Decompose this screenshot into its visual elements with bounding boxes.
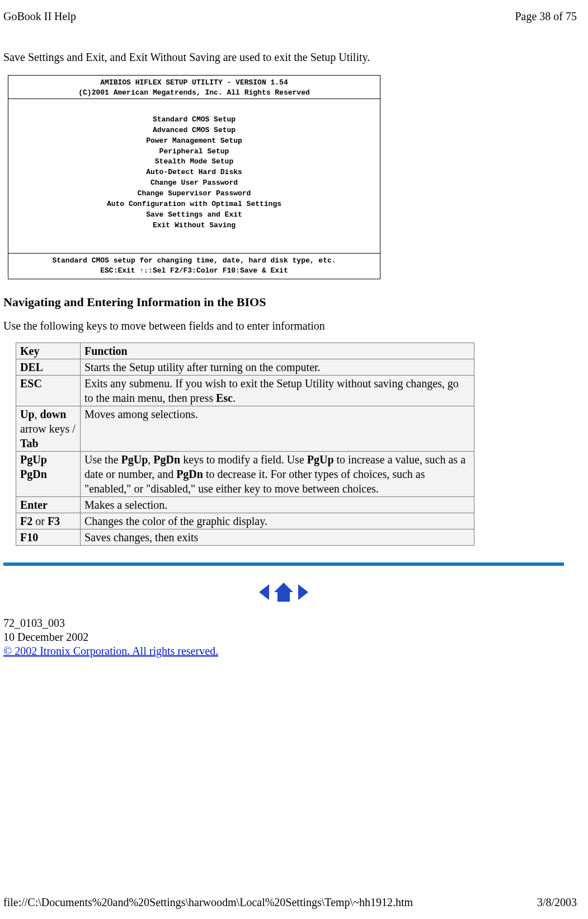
bios-screenshot: AMIBIOS HIFLEX SETUP UTILITY - VERSION 1… — [8, 75, 380, 279]
cell-key: DEL — [16, 359, 81, 376]
section-heading: Navigating and Entering Information in t… — [3, 295, 585, 310]
cell-key: Up, down arrow keys / Tab — [16, 406, 81, 452]
table-header-row: Key Function — [16, 343, 474, 359]
bios-menu-item: Peripheral Setup — [11, 147, 378, 157]
cell-key: F10 — [16, 529, 81, 546]
cell-function: Exits any submenu. If you wish to exit t… — [81, 376, 474, 406]
bios-title: AMIBIOS HIFLEX SETUP UTILITY - VERSION 1… — [8, 76, 380, 99]
footer-doc-id: 72_0103_003 — [3, 616, 585, 630]
bios-menu-item: Auto Configuration with Optimal Settings — [11, 199, 378, 210]
cell-function: Starts the Setup utility after turning o… — [81, 359, 474, 376]
bios-menu-item: Auto-Detect Hard Disks — [11, 167, 378, 178]
cell-function: Makes a selection. — [81, 497, 474, 513]
cell-key: ESC — [16, 376, 81, 406]
cell-key: F2 or F3 — [16, 513, 81, 529]
bios-menu-item: Save Settings and Exit — [11, 210, 378, 221]
keys-table: Key Function DEL Starts the Setup utilit… — [16, 343, 474, 546]
bios-title-line1: AMIBIOS HIFLEX SETUP UTILITY - VERSION 1… — [11, 78, 378, 88]
bios-title-line2: (C)2001 American Megatrends, Inc. All Ri… — [11, 88, 378, 98]
footer-block: 72_0103_003 10 December 2002 © 2002 Itro… — [3, 616, 585, 658]
bios-menu-item: Power Management Setup — [11, 136, 378, 147]
table-row: ESC Exits any submenu. If you wish to ex… — [16, 376, 474, 406]
footer-copyright-link[interactable]: © 2002 Itronix Corporation. All rights r… — [3, 645, 218, 657]
footer-date: 10 December 2002 — [3, 630, 585, 644]
print-date: 3/8/2003 — [537, 896, 577, 909]
bios-menu-item: Change User Password — [11, 178, 378, 189]
table-row: PgUp PgDn Use the PgUp, PgDn keys to mod… — [16, 452, 474, 497]
home-icon[interactable] — [274, 583, 293, 602]
table-row: Up, down arrow keys / Tab Moves among se… — [16, 406, 474, 452]
bios-status-line2: ESC:Exit ↑↓:Sel F2/F3:Color F10:Save & E… — [11, 266, 378, 276]
cell-key: PgUp PgDn — [16, 452, 81, 497]
bios-menu-item: Advanced CMOS Setup — [11, 125, 378, 136]
cell-function: Use the PgUp, PgDn keys to modify a fiel… — [81, 452, 474, 497]
intro-text: Save Settings and Exit, and Exit Without… — [3, 51, 585, 64]
bios-status: Standard CMOS setup for changing time, d… — [8, 253, 380, 279]
cell-function: Moves among selections. — [81, 406, 474, 452]
help-title: GoBook II Help — [3, 10, 76, 23]
bios-menu-item: Stealth Mode Setup — [11, 157, 378, 167]
header-function: Function — [81, 343, 474, 359]
table-row: F10 Saves changes, then exits — [16, 529, 474, 546]
header-key: Key — [16, 343, 81, 359]
table-row: F2 or F3 Changes the color of the graphi… — [16, 513, 474, 529]
cell-function: Changes the color of the graphic display… — [81, 513, 474, 529]
section-intro: Use the following keys to move between f… — [3, 320, 585, 332]
bios-status-line1: Standard CMOS setup for changing time, d… — [11, 256, 378, 266]
cell-function: Saves changes, then exits — [81, 529, 474, 546]
nav-icons — [3, 566, 564, 612]
prev-icon[interactable] — [259, 584, 269, 600]
file-path: file://C:\Documents%20and%20Settings\har… — [3, 896, 413, 909]
table-row: Enter Makes a selection. — [16, 497, 474, 513]
bios-menu-item: Exit Without Saving — [11, 221, 378, 231]
bios-menu-item: Change Supervisor Password — [11, 189, 378, 199]
cell-key: Enter — [16, 497, 81, 513]
next-icon[interactable] — [298, 584, 308, 600]
bios-menu-item: Standard CMOS Setup — [11, 115, 378, 125]
bios-menu: Standard CMOS Setup Advanced CMOS Setup … — [8, 99, 380, 253]
page-indicator: Page 38 of 75 — [515, 10, 577, 23]
table-row: DEL Starts the Setup utility after turni… — [16, 359, 474, 376]
